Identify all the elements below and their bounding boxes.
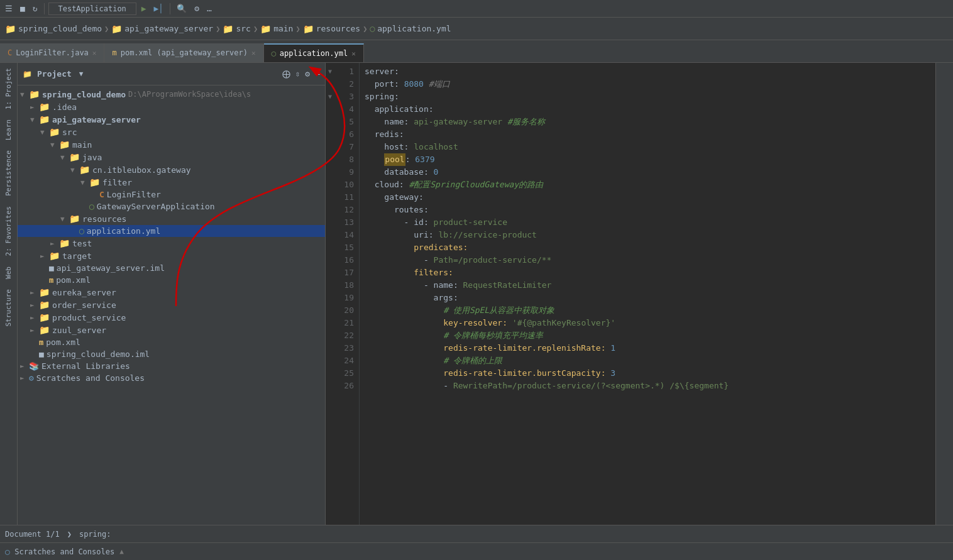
code-key-routes: routes: (365, 204, 429, 216)
sidebar-dropdown-arrow[interactable]: ▼ (79, 70, 84, 78)
tree-item-idea[interactable]: ► 📁 .idea (18, 101, 325, 113)
tab-pom-xml[interactable]: m pom.xml (api_gateway_server) ✕ (104, 43, 263, 62)
tree-item-src[interactable]: ▼ 📁 src (18, 126, 325, 138)
tree-item-resources[interactable]: ▼ 📁 resources (18, 212, 325, 225)
breadcrumb-bar: 📁 spring_cloud_demo ❯ 📁 api_gateway_serv… (0, 18, 953, 40)
fold-icon-21 (326, 317, 334, 329)
breadcrumb-main[interactable]: main (273, 24, 293, 33)
tree-item-loginfilter[interactable]: C LoginFilter (18, 189, 325, 200)
tree-item-main[interactable]: ▼ 📁 main (18, 138, 325, 151)
code-line-26: - RewritePath=/product-service/(?<segmen… (365, 380, 930, 392)
toolbar-icon-search[interactable]: 🔍 (174, 3, 189, 14)
tree-item-iml-root[interactable]: ■ spring_cloud_demo.iml (18, 348, 325, 360)
top-toolbar: ☰ ■ ↻ TestApplication ▶ ▶│ 🔍 ⚙ … (0, 0, 953, 18)
tree-arrow-filter: ▼ (80, 178, 89, 187)
tree-item-zuul[interactable]: ► 📁 zuul_server (18, 324, 325, 336)
breadcrumb-yml-icon: ◯ (370, 24, 375, 33)
tree-folder-icon-java: 📁 (69, 152, 80, 162)
bottom-expand-icon[interactable]: ▲ (119, 547, 124, 556)
tree-folder-icon-spring-cloud-demo: 📁 (29, 89, 40, 99)
code-line-17: filters: (365, 266, 930, 279)
line-num-14: 14 (334, 229, 354, 241)
code-line-3: spring: (365, 91, 930, 103)
side-tab-structure[interactable]: Structure (2, 284, 15, 332)
code-line-1: server: (365, 65, 930, 78)
code-key-resolver: key-resolver: (365, 317, 512, 329)
toolbar-icon-3[interactable]: ↻ (30, 3, 40, 14)
tree-item-eureka[interactable]: ► 📁 eureka_server (18, 286, 325, 299)
code-comment-cloud-2: SpringCloudGateway (430, 178, 519, 191)
code-key-uri: uri: (365, 229, 438, 241)
code-key-args: args: (365, 292, 458, 304)
run-config-dropdown[interactable]: TestApplication (48, 3, 136, 15)
tab-loginfilter-close[interactable]: ✕ (92, 49, 97, 57)
code-key-spring: spring: (365, 91, 399, 103)
code-line-7: host: localhost (365, 141, 930, 153)
side-tab-favorites[interactable]: 2: Favorites (2, 201, 15, 261)
code-line-15: predicates: (365, 241, 930, 254)
toolbar-icon-more[interactable]: … (204, 3, 214, 14)
tree-item-application-yml[interactable]: ◯ application.yml (18, 225, 325, 237)
breadcrumb-folder-icon-2: 📁 (111, 24, 122, 34)
toolbar-icon-settings[interactable]: ⚙ (192, 3, 202, 14)
tab-bar: C LoginFilter.java ✕ m pom.xml (api_gate… (0, 40, 953, 63)
code-key-name-dash: - name: (365, 279, 463, 292)
tree-item-scratches[interactable]: ► ⚙ Scratches and Consoles (18, 372, 325, 384)
breadcrumb-application-yml[interactable]: application.yml (377, 24, 451, 33)
fold-icon-1[interactable]: ▼ (326, 65, 334, 78)
side-tab-persistence[interactable]: Persistence (2, 145, 15, 201)
tree-folder-icon-order: 📁 (39, 300, 50, 310)
tree-label-scratches: Scratches and Consoles (36, 373, 145, 383)
code-key-predicates: predicates: (365, 241, 468, 254)
breadcrumb-api-gateway[interactable]: api_gateway_server (124, 24, 213, 33)
tree-label-product: product_service (52, 313, 126, 322)
tree-item-order[interactable]: ► 📁 order_service (18, 299, 325, 311)
breadcrumb-src[interactable]: src (236, 24, 250, 33)
code-val-replenish: 1 (610, 342, 615, 354)
line-num-25: 25 (334, 367, 354, 380)
tree-item-pom-root[interactable]: m pom.xml (18, 336, 325, 348)
code-area[interactable]: server: port: 8080 #端口 spring: applicati… (360, 63, 935, 525)
tab-application-yml[interactable]: ◯ application.yml ✕ (264, 43, 364, 62)
tree-item-api-gateway[interactable]: ▼ 📁 api_gateway_server (18, 113, 325, 126)
side-tab-learn[interactable]: Learn (2, 114, 15, 145)
sidebar-icon-crosshair[interactable]: ⨁ (282, 69, 290, 79)
run-button[interactable]: ▶ (139, 3, 149, 14)
tab-pom-close[interactable]: ✕ (251, 49, 256, 57)
tree-folder-icon-zuul: 📁 (39, 325, 50, 335)
tab-loginfilter[interactable]: C LoginFilter.java ✕ (0, 43, 104, 62)
tree-item-java[interactable]: ▼ 📁 java (18, 151, 325, 163)
toolbar-icon-1[interactable]: ☰ (3, 3, 15, 14)
tree-item-pom-xml-api[interactable]: m pom.xml (18, 274, 325, 286)
tree-item-gateway-app[interactable]: ◯ GatewayServerApplication (18, 200, 325, 212)
toolbar-icon-2[interactable]: ■ (18, 3, 28, 14)
fold-icon-17 (326, 266, 334, 279)
breadcrumb-resources[interactable]: resources (316, 24, 360, 33)
tree-item-product[interactable]: ► 📁 product_service (18, 311, 325, 324)
line-num-6: 6 (334, 128, 354, 141)
tab-yml-close[interactable]: ✕ (351, 50, 356, 58)
tree-arrow-package: ▼ (70, 166, 79, 174)
sidebar-icon-gear[interactable]: ⚙ (305, 69, 310, 79)
tree-item-filter[interactable]: ▼ 📁 filter (18, 176, 325, 189)
side-tab-project[interactable]: 1: Project (2, 63, 15, 114)
code-val-name: api-gateway-server (414, 116, 502, 128)
breadcrumb-spring-cloud-demo[interactable]: spring_cloud_demo (18, 24, 102, 33)
debug-button[interactable]: ▶│ (151, 3, 166, 14)
sidebar-icon-minimize[interactable]: — (315, 69, 320, 79)
fold-icon-19 (326, 292, 334, 304)
side-tab-web[interactable]: Web (2, 261, 15, 284)
tree-item-test[interactable]: ► 📁 test (18, 237, 325, 250)
code-line-6: redis: (365, 128, 930, 141)
tree-item-external-libs[interactable]: ► 📚 External Libraries (18, 360, 325, 372)
tree-label-src: src (62, 128, 77, 137)
tree-item-package[interactable]: ▼ 📁 cn.itbleubox.gateway (18, 163, 325, 176)
bottom-label[interactable]: Scratches and Consoles (14, 547, 114, 556)
tree-item-target[interactable]: ► 📁 target (18, 250, 325, 262)
code-val-pool: 6379 (415, 153, 434, 166)
fold-icon-3[interactable]: ▼ (326, 91, 334, 103)
sidebar-icon-expand[interactable]: ⇳ (295, 69, 300, 79)
tree-item-iml[interactable]: ■ api_gateway_server.iml (18, 262, 325, 274)
sidebar-tree: ▼ 📁 spring_cloud_demo D:\AProgramWorkSpa… (18, 85, 325, 525)
tree-item-spring-cloud-demo[interactable]: ▼ 📁 spring_cloud_demo D:\AProgramWorkSpa… (18, 88, 325, 101)
